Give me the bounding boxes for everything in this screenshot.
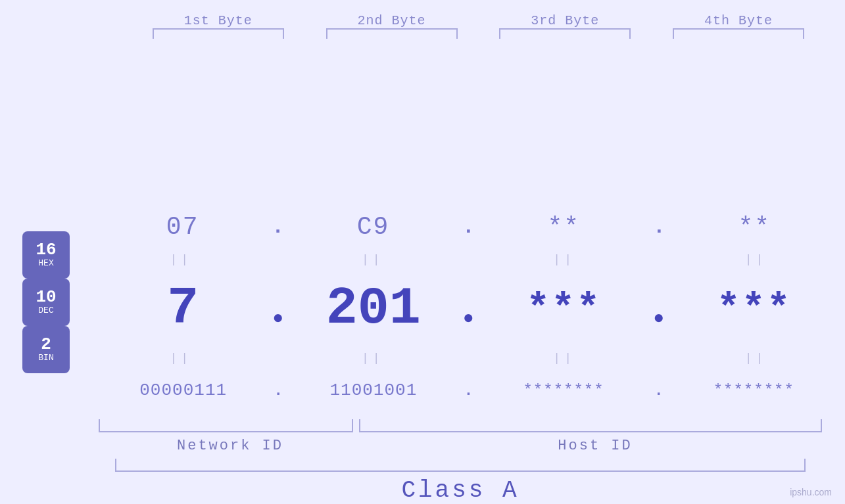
dec-b1: 7 xyxy=(117,279,249,338)
sep-db-1: || xyxy=(115,352,247,365)
dot-hex-3: . xyxy=(653,215,665,239)
id-bracket-row xyxy=(99,413,822,432)
hex-b2: C9 xyxy=(308,213,439,241)
data-columns: 07 . C9 . ** . ** || || || || 7 ● xyxy=(92,205,845,413)
sep-db-3: || xyxy=(498,352,630,365)
sep-db-2: || xyxy=(307,352,439,365)
bracket-byte3 xyxy=(499,28,631,39)
byte-headers: 1st Byte 2nd Byte 3rd Byte 4th Byte xyxy=(0,0,845,28)
dec-badge[interactable]: 10 DEC xyxy=(22,279,70,326)
watermark: ipshu.com xyxy=(790,487,832,497)
dot-hex-2: . xyxy=(462,215,475,239)
dec-row: 7 ● 201 ● *** ● *** xyxy=(105,273,832,345)
dot-dec-3: ● xyxy=(654,308,665,329)
bracket-byte1 xyxy=(153,28,284,39)
hex-row: 07 . C9 . ** . ** xyxy=(105,208,832,247)
hex-b3: ** xyxy=(498,213,629,241)
footer: Network ID Host ID Class A xyxy=(0,413,845,504)
badges-column: 16 HEX 10 DEC 2 BIN xyxy=(0,205,92,413)
network-bracket xyxy=(99,419,353,432)
top-brackets xyxy=(0,28,845,202)
hex-badge[interactable]: 16 HEX xyxy=(22,231,70,279)
sep-hex-dec: || || || || xyxy=(105,252,832,268)
dot-bin-1: . xyxy=(274,382,283,400)
dec-b2: 201 xyxy=(308,279,439,338)
dot-hex-1: . xyxy=(272,215,284,239)
bin-b1: 00000111 xyxy=(118,380,249,400)
class-bracket xyxy=(115,459,806,472)
bin-b4: ******** xyxy=(688,382,819,400)
sep-hd-4: || xyxy=(690,253,822,266)
dot-bin-2: . xyxy=(464,382,473,400)
id-label-row: Network ID Host ID xyxy=(99,432,829,459)
dec-b4: *** xyxy=(688,286,820,331)
dot-dec-1: ● xyxy=(273,308,284,329)
content-area: 16 HEX 10 DEC 2 BIN 07 . C9 . ** . ** xyxy=(0,205,845,413)
network-id-label: Network ID xyxy=(99,438,362,454)
dec-b3: *** xyxy=(498,286,629,331)
bin-row: 00000111 . 11001001 . ******** . *******… xyxy=(105,371,832,410)
host-id-label: Host ID xyxy=(362,438,829,454)
bin-badge-label: BIN xyxy=(38,353,53,363)
bin-badge[interactable]: 2 BIN xyxy=(22,326,70,373)
dot-dec-2: ● xyxy=(463,308,474,329)
bin-b3: ******** xyxy=(498,382,629,400)
sep-hd-2: || xyxy=(307,253,439,266)
dec-badge-number: 10 xyxy=(36,288,56,306)
dec-badge-label: DEC xyxy=(38,306,53,316)
bracket-byte2 xyxy=(326,28,458,39)
main-container: 1st Byte 2nd Byte 3rd Byte 4th Byte 16 H… xyxy=(0,0,845,504)
sep-db-4: || xyxy=(690,352,822,365)
bin-badge-number: 2 xyxy=(41,336,51,353)
sep-dec-bin: || || || || xyxy=(105,350,832,366)
hex-badge-label: HEX xyxy=(38,258,53,269)
byte1-label: 1st Byte xyxy=(146,13,291,28)
sep-hd-3: || xyxy=(498,253,630,266)
class-label: Class A xyxy=(99,472,822,504)
bracket-byte4 xyxy=(673,28,804,39)
hex-b1: 07 xyxy=(117,213,249,241)
bin-b2: 11001001 xyxy=(308,380,439,400)
byte3-label: 3rd Byte xyxy=(493,13,637,28)
host-bracket xyxy=(359,419,822,432)
hex-badge-number: 16 xyxy=(36,241,56,258)
dot-bin-3: . xyxy=(654,382,663,400)
byte4-label: 4th Byte xyxy=(666,13,811,28)
byte2-label: 2nd Byte xyxy=(320,13,464,28)
sep-hd-1: || xyxy=(115,253,247,266)
hex-b4: ** xyxy=(688,213,820,241)
